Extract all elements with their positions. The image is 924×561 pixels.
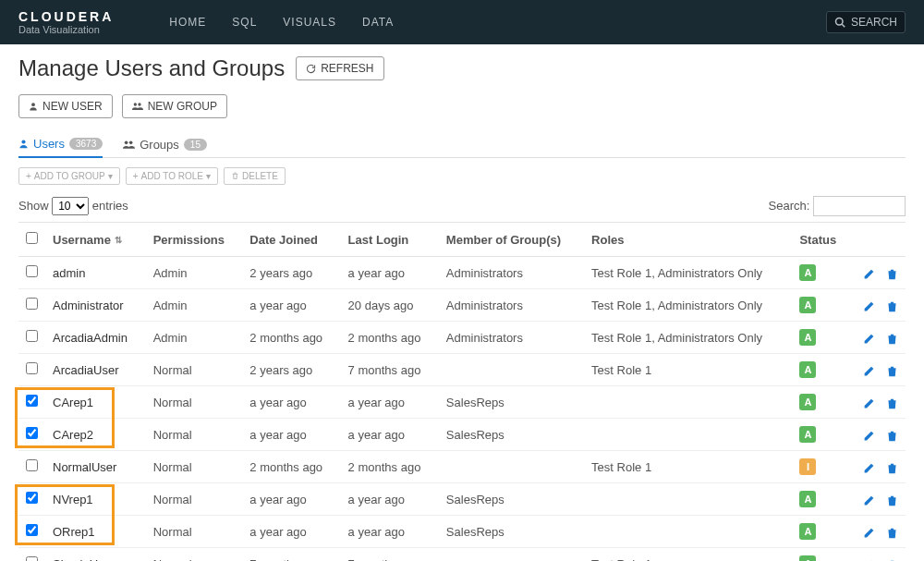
edit-icon[interactable]	[863, 492, 875, 506]
chevron-down-icon: ▾	[206, 171, 211, 181]
row-checkbox[interactable]	[26, 395, 38, 407]
edit-icon[interactable]	[863, 427, 875, 441]
group-icon	[123, 140, 135, 150]
add-to-role-button[interactable]: + ADD TO ROLE ▾	[126, 167, 218, 185]
status-badge: A	[799, 264, 816, 281]
entries-select[interactable]: 10	[52, 197, 89, 215]
col-groups[interactable]: Member of Group(s)	[439, 223, 584, 257]
cell-username: ArcadiaUser	[45, 354, 146, 386]
tab-groups[interactable]: Groups 15	[123, 131, 207, 157]
table-row: CArep1Normala year agoa year agoSalesRep…	[18, 386, 906, 419]
edit-icon[interactable]	[863, 362, 875, 376]
cell-status: A	[792, 257, 850, 289]
edit-icon[interactable]	[863, 556, 875, 561]
col-status[interactable]: Status	[792, 223, 850, 257]
cell-permissions: Normal	[146, 516, 243, 548]
table-row: ArcadiaUserNormal2 years ago7 months ago…	[18, 354, 906, 386]
cell-date-joined: 2 months ago	[242, 451, 340, 483]
trash-icon[interactable]	[886, 362, 898, 376]
entries-control: Show 10 entries	[18, 197, 128, 215]
nav-data[interactable]: DATA	[362, 16, 394, 29]
edit-icon[interactable]	[863, 265, 875, 279]
svg-point-7	[129, 140, 133, 144]
edit-icon[interactable]	[863, 524, 875, 538]
row-checkbox[interactable]	[26, 459, 38, 471]
edit-icon[interactable]	[863, 298, 875, 311]
row-checkbox[interactable]	[26, 362, 38, 374]
table-search-input[interactable]	[813, 196, 906, 216]
new-user-button[interactable]: NEW USER	[18, 94, 113, 118]
cell-date-joined: 2 months ago	[242, 322, 340, 354]
row-checkbox[interactable]	[26, 330, 38, 342]
sort-icon: ⇅	[115, 235, 122, 245]
row-checkbox[interactable]	[26, 524, 38, 536]
nav-sql[interactable]: SQL	[232, 16, 257, 29]
row-checkbox[interactable]	[26, 556, 38, 561]
brand-name: CLOUDERA	[18, 9, 114, 24]
table-row: adminAdmin2 years agoa year agoAdministr…	[18, 257, 906, 289]
search-label: SEARCH	[851, 16, 897, 29]
brand-sub: Data Visualization	[18, 24, 114, 35]
delete-button[interactable]: DELETE	[224, 167, 286, 185]
cell-username: CArep1	[45, 386, 146, 419]
edit-icon[interactable]	[863, 330, 875, 344]
trash-icon[interactable]	[886, 492, 898, 506]
col-username[interactable]: Username ⇅	[45, 223, 146, 257]
cell-status: A	[792, 516, 850, 548]
svg-point-3	[133, 103, 136, 105]
col-roles[interactable]: Roles	[584, 223, 792, 257]
row-checkbox[interactable]	[26, 265, 38, 277]
svg-line-1	[842, 24, 845, 27]
trash-icon[interactable]	[886, 524, 898, 538]
status-badge: A	[799, 297, 816, 313]
trash-icon[interactable]	[886, 330, 898, 344]
add-to-group-button[interactable]: + ADD TO GROUP ▾	[18, 167, 120, 185]
trash-icon[interactable]	[886, 265, 898, 279]
col-permissions[interactable]: Permissions	[146, 223, 243, 257]
table-row: NVrep1Normala year agoa year agoSalesRep…	[18, 483, 906, 516]
trash-icon[interactable]	[886, 427, 898, 441]
cell-last-login: 2 months ago	[341, 322, 439, 354]
cell-username: admin	[45, 257, 146, 289]
cell-username: ArcadiaAdmin	[45, 322, 146, 354]
search-control: Search:	[769, 196, 906, 216]
cell-groups: SalesReps	[439, 516, 584, 548]
col-last-login[interactable]: Last Login	[341, 223, 439, 257]
global-search[interactable]: SEARCH	[826, 11, 906, 33]
col-date-joined[interactable]: Date Joined	[242, 223, 340, 257]
cell-date-joined: 2 years ago	[242, 354, 340, 386]
trash-icon[interactable]	[886, 395, 898, 409]
table-row: CArep2Normala year agoa year agoSalesRep…	[18, 419, 906, 451]
refresh-button[interactable]: REFRESH	[296, 56, 383, 80]
cell-username: NormalUser	[45, 451, 146, 483]
nav-visuals[interactable]: VISUALS	[283, 16, 336, 29]
tab-users[interactable]: Users 3673	[18, 131, 103, 158]
trash-icon[interactable]	[886, 459, 898, 473]
new-group-button[interactable]: NEW GROUP	[122, 94, 227, 118]
cell-roles: Test Role 1	[584, 548, 792, 562]
plus-icon: +	[133, 171, 139, 181]
nav-home[interactable]: HOME	[169, 16, 206, 29]
cell-permissions: Normal	[146, 483, 243, 516]
cell-permissions: Normal	[146, 419, 243, 451]
trash-icon[interactable]	[886, 298, 898, 311]
row-checkbox[interactable]	[26, 298, 38, 310]
cell-last-login: a year ago	[341, 516, 439, 548]
edit-icon[interactable]	[863, 459, 875, 473]
cell-last-login: a year ago	[341, 257, 439, 289]
cell-roles	[584, 516, 792, 548]
edit-icon[interactable]	[863, 395, 875, 409]
cell-permissions: Normal	[146, 386, 243, 419]
cell-groups: Administrators	[439, 289, 584, 322]
row-checkbox[interactable]	[26, 427, 38, 439]
select-all-checkbox[interactable]	[26, 232, 38, 244]
tabs: Users 3673 Groups 15	[18, 131, 906, 158]
status-badge: A	[799, 361, 816, 378]
cell-username: NVrep1	[45, 483, 146, 516]
row-checkbox[interactable]	[26, 492, 38, 504]
cell-roles: Test Role 1, Administrators Only	[584, 322, 792, 354]
trash-icon	[231, 172, 239, 180]
groups-count-badge: 15	[184, 139, 207, 151]
table-row: SimpleUserNormal7 months ago7 months ago…	[18, 548, 906, 562]
trash-icon[interactable]	[886, 556, 898, 561]
